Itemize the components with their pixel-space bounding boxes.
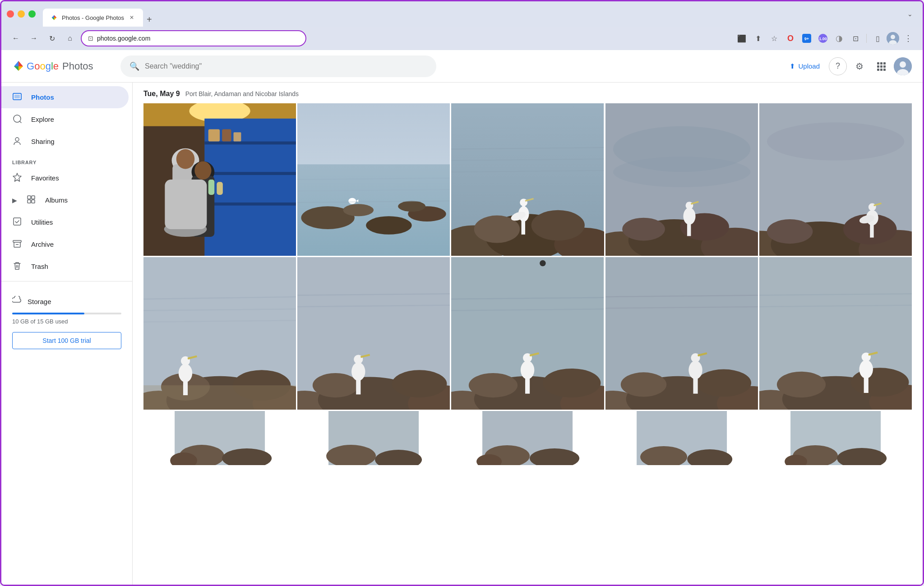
sidebar-item-favorites[interactable]: Favorites [1,167,129,189]
browser-menu-button[interactable]: ⌄ [903,7,917,21]
svg-rect-55 [217,182,223,195]
storage-bar-fill [12,313,84,314]
browser-more-button[interactable]: ⋮ [901,31,915,46]
upload-button[interactable]: ⬆ Upload [784,59,825,74]
share-icon[interactable]: ⬆ [751,31,765,46]
svg-point-170 [777,372,826,397]
svg-point-89 [622,218,665,241]
photo-cell-8[interactable] [451,257,604,410]
svg-point-144 [469,373,517,397]
photo-grid-row1 [143,103,912,256]
start-trial-button[interactable]: Start 100 GB trial [12,332,121,349]
photo-cell-5[interactable] [759,103,912,256]
extension-icon-2[interactable]: 1.00 [816,31,830,46]
minimize-window-button[interactable] [18,10,25,18]
svg-point-138 [540,260,546,267]
sidebar-item-albums[interactable]: ▶ Albums [1,189,129,211]
extension-icon-3[interactable]: ◑ [832,31,846,46]
tab-favicon-icon [50,14,58,22]
forward-button[interactable]: → [27,31,41,46]
user-profile-avatar[interactable] [894,57,912,75]
svg-point-5 [891,35,895,39]
storage-icon [12,296,22,307]
svg-rect-44 [222,129,231,141]
sidebar: Photos Explore [1,83,132,585]
opera-icon[interactable]: O [783,31,798,46]
utilities-icon [12,217,22,228]
photo-cell-4[interactable] [605,103,758,256]
photo-15-image [759,411,912,465]
active-tab[interactable]: Photos - Google Photos ✕ [43,9,143,27]
sidebar-archive-label: Archive [31,240,54,248]
svg-rect-104 [870,224,873,237]
browser-profile-avatar[interactable] [887,32,899,45]
svg-point-145 [543,369,601,397]
settings-icon: ⚙ [855,61,864,72]
app-logo: Google Photos [12,60,102,73]
search-icon: 🔍 [129,61,139,71]
photo-cell-14[interactable] [605,411,758,465]
photo-cell-15[interactable] [759,411,912,465]
extension-icon-4[interactable]: ⊡ [848,31,863,46]
sidebar-item-photos[interactable]: Photos [1,86,129,108]
photo-cell-9[interactable] [605,257,758,410]
home-button[interactable]: ⌂ [63,31,77,46]
new-tab-button[interactable]: + [143,13,156,27]
google-apps-button[interactable] [872,57,890,75]
svg-rect-173 [864,377,868,393]
sidebar-item-explore[interactable]: Explore [1,108,129,130]
trash-icon [12,261,22,272]
help-button[interactable]: ? [829,57,847,75]
extension-with-badge[interactable]: 9+ [799,31,814,46]
svg-rect-15 [883,69,886,71]
svg-point-171 [851,368,909,397]
photo-cell-11[interactable] [143,411,296,465]
search-input[interactable] [145,62,427,70]
back-button[interactable]: ← [9,31,23,46]
sidebar-item-utilities[interactable]: Utilities [1,211,129,233]
tab-close-button[interactable]: ✕ [128,14,136,22]
sidebar-item-archive[interactable]: Archive [1,233,129,255]
svg-marker-26 [13,173,21,181]
tab-bar: Photos - Google Photos ✕ + [43,1,899,27]
search-bar[interactable]: 🔍 [120,55,436,77]
photo-cell-7[interactable] [297,257,450,410]
photo-cell-6[interactable] [143,257,296,410]
svg-text:1.00: 1.00 [819,37,827,41]
photo-1-image [143,103,296,256]
photo-14-image [605,411,758,465]
sidebar-item-sharing[interactable]: Sharing [1,130,129,152]
refresh-button[interactable]: ↻ [45,31,59,46]
traffic-lights [7,10,36,18]
address-bar[interactable]: ⊡ photos.google.com [81,30,306,46]
svg-rect-12 [883,65,886,68]
storage-header: Storage [12,296,121,307]
svg-rect-10 [877,65,879,68]
maximize-window-button[interactable] [28,10,36,18]
upload-label: Upload [798,62,820,70]
logo-e: e [53,60,59,72]
albums-expand-icon: ▶ [12,197,17,204]
screen-cast-icon[interactable]: ⬛ [735,31,749,46]
extension-icon-1[interactable]: 9+ [799,31,814,46]
photo-cell-2[interactable] [297,103,450,256]
sidebar-item-trash[interactable]: Trash [1,255,129,277]
svg-rect-27 [28,196,31,199]
photo-cell-3[interactable] [451,103,604,256]
svg-point-17 [900,61,906,68]
svg-point-97 [767,122,904,161]
close-window-button[interactable] [7,10,14,18]
svg-rect-29 [28,200,31,203]
settings-button[interactable]: ⚙ [850,57,869,75]
photo-2-image [297,103,450,256]
photo-cell-1[interactable] [143,103,296,256]
browser-toolbar: ← → ↻ ⌂ ⊡ photos.google.com ⬛ ⬆ ☆ O 9+ [1,27,923,50]
extension-opera[interactable]: O [783,31,798,46]
bookmark-icon[interactable]: ☆ [767,31,781,46]
logo-o2: o [40,60,45,72]
photo-cell-10[interactable] [759,257,912,410]
photo-cell-12[interactable] [297,411,450,465]
sidebar-toggle-icon[interactable]: ▯ [870,31,885,46]
svg-rect-133 [356,379,360,395]
photo-cell-13[interactable] [451,411,604,465]
